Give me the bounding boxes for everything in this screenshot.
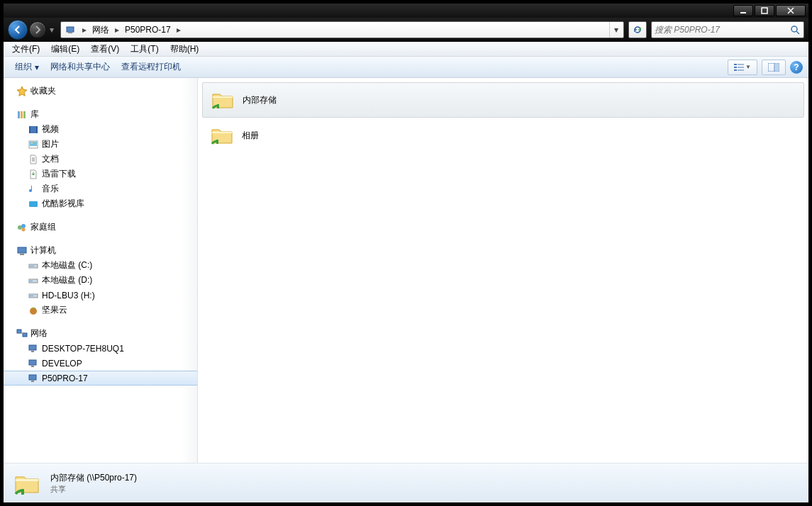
libraries-heading[interactable]: 库 — [4, 107, 197, 122]
drive-label: 坚果云 — [42, 304, 67, 316]
menu-file[interactable]: 文件(F) — [6, 42, 45, 57]
network-label: 网络 — [30, 327, 48, 339]
svg-rect-34 — [30, 266, 34, 266]
network-heading[interactable]: 网络 — [4, 326, 197, 341]
svg-rect-43 — [29, 345, 36, 350]
forward-button[interactable] — [29, 21, 46, 38]
svg-rect-46 — [31, 366, 34, 367]
svg-rect-38 — [30, 296, 33, 296]
host-icon — [28, 343, 39, 354]
share-internal-storage[interactable]: 内部存储 — [202, 82, 804, 118]
close-button[interactable] — [776, 5, 806, 16]
chevron-down-icon: ▾ — [35, 62, 39, 72]
explorer-window: ▾ ▸ 网络 ▸ P50PRO-17 ▸ ▾ 文件(F) 编辑(E) 查看(V) — [3, 3, 809, 503]
drive-icon — [28, 290, 39, 301]
svg-rect-15 — [18, 111, 20, 118]
refresh-button[interactable] — [628, 21, 647, 38]
library-icon — [16, 109, 28, 120]
star-icon — [16, 86, 28, 97]
menu-bar: 文件(F) 编辑(E) 查看(V) 工具(T) 帮助(H) — [4, 42, 808, 57]
svg-rect-49 — [217, 104, 219, 108]
search-icon[interactable] — [789, 24, 801, 35]
svg-rect-1 — [762, 8, 767, 13]
svg-rect-6 — [734, 64, 737, 65]
breadcrumb-network[interactable]: 网络 — [89, 23, 112, 37]
svg-rect-2 — [67, 27, 74, 32]
remote-printer-button[interactable]: 查看远程打印机 — [116, 59, 187, 75]
drive-label: 本地磁盘 (C:) — [42, 259, 92, 271]
menu-help[interactable]: 帮助(H) — [165, 42, 205, 57]
svg-rect-9 — [738, 64, 744, 65]
computer-heading[interactable]: 计算机 — [4, 243, 197, 258]
host-icon — [28, 358, 39, 369]
search-input[interactable] — [655, 25, 789, 35]
menu-tools[interactable]: 工具(T) — [125, 42, 164, 57]
breadcrumb-chevron[interactable]: ▸ — [174, 23, 184, 37]
back-button[interactable] — [8, 20, 28, 40]
view-mode-button[interactable]: ▼ — [728, 60, 757, 75]
library-youku[interactable]: 优酷影视库 — [4, 196, 197, 211]
download-icon — [28, 169, 39, 180]
svg-point-29 — [21, 224, 26, 228]
svg-rect-8 — [734, 69, 737, 71]
nav-history-dropdown[interactable]: ▾ — [48, 23, 56, 37]
details-title: 内部存储 (\\P50pro-17) — [50, 472, 137, 484]
details-type: 共享 — [50, 484, 137, 495]
toolbar: 组织 ▾ 网络和共享中心 查看远程打印机 ▼ ? — [4, 57, 808, 78]
svg-rect-48 — [31, 381, 34, 382]
library-item-label: 文档 — [42, 153, 59, 165]
host-label: P50PRO-17 — [42, 373, 88, 383]
content-pane[interactable]: 内部存储 相册 — [198, 78, 808, 463]
drive-icon — [28, 275, 39, 286]
drive-h[interactable]: HD-LBU3 (H:) — [4, 288, 197, 303]
preview-pane-button[interactable] — [762, 60, 786, 75]
share-label: 内部存储 — [243, 94, 277, 106]
drive-icon — [28, 260, 39, 271]
share-album[interactable]: 相册 — [202, 118, 804, 153]
organize-label: 组织 — [15, 61, 32, 73]
svg-rect-51 — [21, 489, 24, 495]
favorites-heading[interactable]: 收藏夹 — [4, 84, 197, 99]
host-icon — [28, 373, 39, 384]
homegroup-heading[interactable]: 家庭组 — [4, 220, 197, 235]
host-desktop[interactable]: DESKTOP-7EH8UQ1 — [4, 341, 197, 356]
breadcrumb-host[interactable]: P50PRO-17 — [122, 23, 174, 37]
host-label: DEVELOP — [42, 359, 82, 369]
breadcrumb-root-chevron[interactable]: ▸ — [79, 23, 89, 37]
address-bar[interactable]: ▸ 网络 ▸ P50PRO-17 ▸ ▾ — [60, 21, 624, 38]
drive-c[interactable]: 本地磁盘 (C:) — [4, 258, 197, 273]
svg-line-5 — [796, 31, 799, 34]
minimize-button[interactable] — [733, 5, 753, 16]
breadcrumb-chevron[interactable]: ▸ — [112, 23, 122, 37]
svg-rect-44 — [31, 351, 34, 352]
library-item-label: 视频 — [42, 123, 59, 135]
svg-rect-45 — [29, 360, 36, 365]
homegroup-label: 家庭组 — [30, 221, 56, 233]
nav-buttons: ▾ — [8, 20, 56, 40]
library-documents[interactable]: 文档 — [4, 152, 197, 167]
network-icon — [65, 24, 77, 35]
host-develop[interactable]: DEVELOP — [4, 356, 197, 371]
svg-rect-14 — [775, 64, 779, 71]
folder-share-icon — [12, 468, 42, 498]
svg-rect-19 — [29, 126, 30, 133]
search-box[interactable] — [651, 21, 804, 38]
menu-edit[interactable]: 编辑(E) — [45, 42, 85, 57]
maximize-button[interactable] — [755, 5, 774, 16]
host-p50pro[interactable]: P50PRO-17 — [4, 371, 197, 386]
youku-icon — [28, 198, 39, 210]
video-icon — [28, 124, 39, 135]
menu-view[interactable]: 查看(V) — [85, 42, 125, 57]
library-thunder[interactable]: 迅雷下载 — [4, 167, 197, 181]
nav-pane[interactable]: 收藏夹 库 视频 图片 — [4, 78, 198, 463]
network-center-button[interactable]: 网络和共享中心 — [45, 59, 116, 75]
organize-button[interactable]: 组织 ▾ — [9, 59, 45, 75]
help-button[interactable]: ? — [790, 61, 803, 74]
library-pictures[interactable]: 图片 — [4, 137, 197, 152]
library-music[interactable]: 音乐 — [4, 181, 197, 196]
drive-nutstore[interactable]: 坚果云 — [4, 303, 197, 317]
svg-rect-17 — [23, 111, 26, 118]
address-dropdown[interactable]: ▾ — [609, 22, 622, 38]
library-videos[interactable]: 视频 — [4, 122, 197, 137]
drive-d[interactable]: 本地磁盘 (D:) — [4, 273, 197, 288]
